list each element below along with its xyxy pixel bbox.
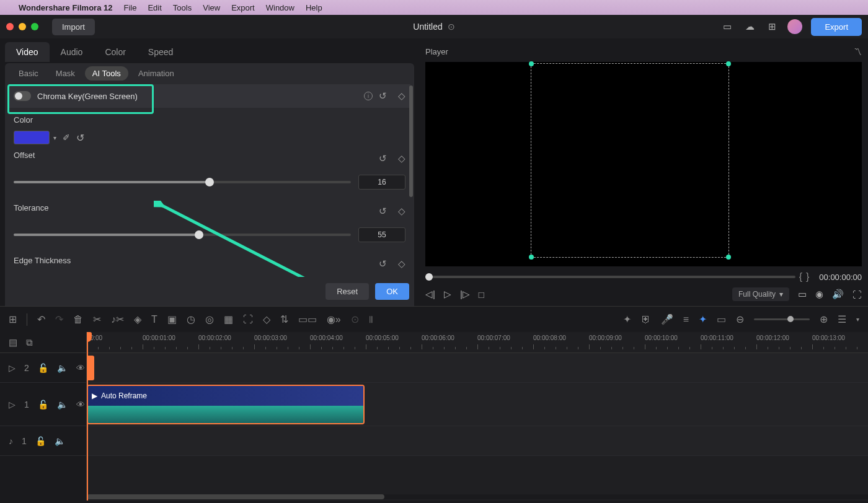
grid-icon[interactable]: ⊞ [9, 313, 17, 325]
zoom-in-icon[interactable]: ⊕ [820, 313, 828, 325]
keyframe-tool-icon[interactable]: ◇ [263, 313, 270, 325]
text-icon[interactable]: T [151, 314, 157, 325]
eye-icon[interactable]: 👁 [76, 400, 85, 409]
mute-icon[interactable]: 🔈 [57, 363, 68, 373]
cloud-icon[interactable]: ☁ [743, 20, 756, 33]
offset-slider[interactable] [14, 181, 351, 183]
play-icon[interactable]: ▷ [444, 289, 451, 300]
lock-icon[interactable]: 🔓 [38, 363, 48, 373]
adjustment-icon[interactable]: ⇅ [280, 313, 288, 325]
stop-icon[interactable]: □ [479, 289, 484, 300]
crop-icon[interactable]: ▣ [167, 313, 177, 325]
audio-vis-icon[interactable]: ⦀ [369, 314, 373, 325]
cut-icon[interactable]: ✂ [93, 313, 101, 325]
snapshot-icon[interactable]: ◉ [815, 289, 823, 300]
apps-grid-icon[interactable]: ⊞ [765, 20, 779, 33]
scope-icon[interactable]: 〽 [854, 47, 862, 56]
shield-icon[interactable]: ⛨ [641, 314, 651, 325]
prev-frame-icon[interactable]: ◁| [425, 289, 435, 300]
bracket-out-icon[interactable]: } [806, 271, 809, 282]
chevron-down-icon[interactable]: ▾ [856, 316, 859, 323]
tab-audio[interactable]: Audio [50, 42, 94, 62]
audio-sync-icon[interactable]: ◉» [327, 313, 341, 325]
transcribe-icon[interactable]: ⊙ [351, 313, 359, 325]
freeze-icon[interactable]: ▦ [224, 313, 233, 325]
split-icon[interactable]: ♪✂ [111, 313, 124, 325]
video-clip[interactable]: ▶ Auto Reframe [87, 385, 365, 424]
scrollbar-thumb[interactable] [409, 85, 413, 197]
playhead[interactable] [87, 332, 88, 501]
chroma-key-toggle[interactable] [14, 91, 31, 101]
minimize-window-icon[interactable] [19, 23, 26, 30]
magic-icon[interactable]: ✦ [699, 313, 707, 325]
reset-tolerance-icon[interactable]: ↺ [379, 206, 387, 217]
spotlight-icon[interactable]: ✦ [623, 313, 631, 325]
track-a1[interactable] [87, 426, 868, 456]
scrollbar-thumb[interactable] [87, 494, 384, 499]
property-scroll-area[interactable]: Chroma Key(Green Screen) i ↺ ◇ Color ▾ ✐… [5, 83, 414, 277]
time-ruler[interactable]: 00:0000:00:01:0000:00:02:0000:00:03:0000… [87, 332, 868, 353]
menu-help[interactable]: Help [306, 3, 322, 12]
tag-icon[interactable]: ◈ [134, 313, 141, 325]
close-window-icon[interactable] [6, 23, 14, 30]
mute-icon[interactable]: 🔈 [55, 436, 65, 446]
keyframe-icon[interactable]: ◇ [398, 90, 405, 102]
monitor-icon[interactable]: ▭ [798, 289, 807, 300]
export-button[interactable]: Export [811, 18, 862, 36]
lock-icon[interactable]: 🔓 [35, 436, 46, 446]
keyframe-offset-icon[interactable]: ◇ [398, 153, 405, 164]
layout-icon[interactable]: ▭ [720, 20, 734, 33]
track-header-v2[interactable]: ▷ 2 🔓 🔈 👁 [0, 353, 86, 383]
undo-icon[interactable]: ↶ [37, 313, 45, 325]
expand-icon[interactable]: ⛶ [243, 314, 253, 325]
menu-export[interactable]: Export [231, 3, 255, 12]
fullscreen-icon[interactable]: ⛶ [852, 289, 862, 300]
selection-box[interactable] [531, 63, 729, 258]
redo-icon[interactable]: ↷ [55, 313, 63, 325]
menu-app[interactable]: Wondershare Filmora 12 [19, 3, 112, 12]
maximize-window-icon[interactable] [31, 23, 38, 30]
keyframe-tolerance-icon[interactable]: ◇ [398, 206, 405, 217]
eye-icon[interactable]: 👁 [76, 363, 85, 373]
handle-icon[interactable] [529, 61, 534, 66]
link-icon[interactable]: ⧉ [26, 337, 33, 348]
handle-icon[interactable] [726, 255, 731, 260]
menu-edit[interactable]: Edit [148, 3, 161, 12]
render-icon[interactable]: ▭ [717, 313, 726, 325]
ok-button[interactable]: OK [375, 283, 409, 300]
menu-window[interactable]: Window [266, 3, 294, 12]
mixer-icon[interactable]: ≡ [683, 314, 689, 325]
subtab-animation[interactable]: Animation [131, 66, 182, 81]
handle-icon[interactable] [529, 255, 534, 260]
subtab-basic[interactable]: Basic [11, 66, 46, 81]
tolerance-value[interactable]: 55 [358, 227, 405, 242]
reset-offset-icon[interactable]: ↺ [379, 153, 387, 164]
reset-button[interactable]: Reset [326, 283, 369, 300]
reset-icon[interactable]: ↺ [379, 90, 387, 102]
chevron-down-icon[interactable]: ▾ [53, 134, 56, 141]
zoom-out-icon[interactable]: ⊖ [736, 313, 744, 325]
group-icon[interactable]: ▭▭ [298, 313, 317, 325]
delete-icon[interactable]: 🗑 [73, 314, 83, 325]
reset-edge-icon[interactable]: ↺ [379, 258, 387, 269]
timeline-scrollbar[interactable] [87, 494, 868, 499]
scrub-bar[interactable] [425, 276, 795, 278]
menu-tools[interactable]: Tools [173, 3, 192, 12]
next-frame-icon[interactable]: |▷ [460, 289, 470, 300]
menu-file[interactable]: File [123, 3, 136, 12]
tolerance-slider[interactable] [14, 234, 351, 236]
timeline-view-icon[interactable]: ☰ [838, 313, 846, 325]
cloud-save-icon[interactable]: ⊙ [448, 22, 455, 32]
tab-video[interactable]: Video [5, 42, 50, 62]
menu-view[interactable]: View [203, 3, 220, 12]
color-icon[interactable]: ◎ [205, 313, 214, 325]
eyedropper-icon[interactable]: ✐ [63, 133, 70, 142]
info-icon[interactable]: i [364, 92, 373, 100]
speed-icon[interactable]: ◷ [187, 313, 195, 325]
timeline-tracks-area[interactable]: 00:0000:00:01:0000:00:02:0000:00:03:0000… [87, 332, 868, 501]
subtab-ai-tools[interactable]: AI Tools [85, 66, 128, 81]
volume-icon[interactable]: 🔊 [832, 289, 844, 300]
color-swatch[interactable] [14, 131, 50, 144]
reset-color-icon[interactable]: ↺ [76, 132, 84, 144]
handle-icon[interactable] [726, 61, 731, 66]
